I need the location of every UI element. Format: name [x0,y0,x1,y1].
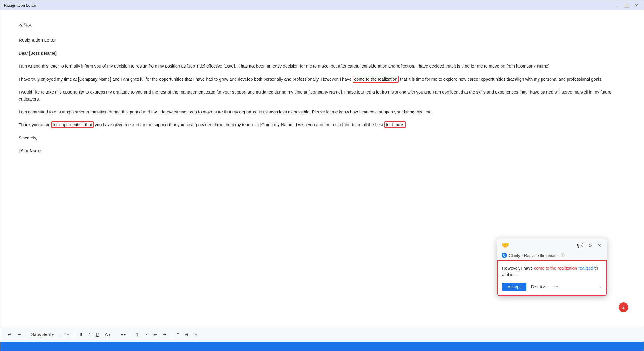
font-family-button[interactable]: Sans Serif ▾ [29,331,56,338]
close-button[interactable]: ✕ [633,2,640,8]
window-title: Resignation Letter [4,3,36,8]
document-area: 收件人 Resignation Letter Dear [Boss's Name… [0,10,644,327]
clear-format-button[interactable]: ✕ [192,331,200,338]
letter-title: Resignation Letter [19,37,625,42]
indent-decrease-button[interactable]: ⇤ [151,331,159,338]
signature: [Your Name] [19,147,625,154]
strikethrough-button[interactable]: S̶ [183,331,191,338]
paragraph5-box1: for opportunities that [51,121,94,128]
redo-button[interactable]: ↪ [15,331,24,338]
toolbar: ↩ ↪ Sans Serif ▾ T ▾ B I U A ▾ ≡ ▾ 1. • … [0,327,644,342]
more-button[interactable]: ··· [551,282,561,291]
italic-button[interactable]: I [86,331,92,338]
notification-badge[interactable]: 2 [619,302,628,312]
maximize-button[interactable]: ⬜ [623,2,631,8]
blockquote-button[interactable]: ❝ [174,331,182,338]
align-chevron: ▾ [124,332,126,337]
app-window: Resignation Letter — ⬜ ✕ 收件人 Resignation… [0,0,644,351]
info-icon[interactable]: ⓘ [561,253,565,258]
title-bar: Resignation Letter — ⬜ ✕ [0,0,644,10]
paragraph1: I am writing this letter to formally inf… [19,63,625,69]
accept-button[interactable]: Accept [502,283,526,291]
paragraph4: I am committed to ensuring a smooth tran… [19,109,625,115]
toolbar-separator-4 [116,331,116,338]
paragraph2-post: that it is time for me to explore new ca… [399,77,602,82]
popup-close-button[interactable]: ✕ [596,242,602,249]
paragraph5-box1-highlight: opportunities [59,122,84,127]
ordered-list-button[interactable]: 1. [134,331,142,338]
unordered-list-button[interactable]: • [143,331,150,338]
font-family-label: Sans Serif [31,332,51,337]
paragraph2-highlight-text: come to the realization [354,77,397,82]
popup-subheader: C Clarity · Replace the phrase ⓘ [497,251,607,260]
suggestion-strike: come to the realization [534,266,577,271]
paragraph2-pre: I have truly enjoyed my time at [Company… [19,77,353,82]
paragraph5-pre: Thank you again [19,122,51,127]
paragraph3: I would like to take this opportunity to… [19,89,625,102]
indent-increase-button[interactable]: ⇥ [161,331,169,338]
bottom-bar [0,342,644,351]
popup-header-icon: 🤝 [502,242,509,249]
recipient-label: 收件人 [19,22,625,28]
window-controls: — ⬜ ✕ [613,2,640,8]
paragraph5-mid: you have given me and for the support th… [94,122,384,127]
toolbar-separator-5 [131,331,131,338]
paragraph5-box1-post: that [84,122,92,127]
paragraph5-box1-pre: for [53,122,59,127]
paragraph5-box2-highlight: future [392,122,403,127]
paragraph5-box2-post: . [403,122,404,127]
suggestion-pre: However, I have [502,266,534,271]
font-size-label: T [64,332,67,337]
closing: Sincerely, [19,135,625,141]
minimize-button[interactable]: — [613,2,620,8]
toolbar-separator-2 [59,331,59,338]
font-size-button[interactable]: T ▾ [61,331,72,338]
font-color-chevron: ▾ [109,332,111,337]
popup-clarity-label: Clarity [509,253,520,258]
popup-action-label: · Replace the phrase [522,253,559,258]
popup-header-left: 🤝 [502,242,509,249]
popup-body: However, I have come to the realization … [497,260,607,296]
popup-chat-button[interactable]: 💬 [576,242,584,249]
paragraph5: Thank you again for opportunities that y… [19,121,625,128]
popup-actions: Accept Dismiss ··· › [502,282,602,291]
toolbar-separator-3 [74,331,74,338]
underline-button[interactable]: U [93,331,101,338]
clarity-logo: C [502,253,507,258]
font-color-label: A [105,332,108,337]
suggestion-new: realized [578,266,593,271]
paragraph2: I have truly enjoyed my time at [Company… [19,76,625,83]
undo-button[interactable]: ↩ [5,331,14,338]
letter-body: Dear [Boss's Name], I am writing this le… [19,50,625,154]
align-button[interactable]: ≡ ▾ [118,331,128,338]
font-family-chevron: ▾ [52,332,54,337]
popup-header: 🤝 💬 ⚙ ✕ [497,238,607,251]
popup-arrow-icon[interactable]: › [600,283,602,290]
font-size-chevron: ▾ [67,332,69,337]
paragraph5-box2: for future. [384,121,406,128]
align-icon: ≡ [121,332,123,337]
font-color-button[interactable]: A ▾ [102,331,113,338]
suggestion-popup: 🤝 💬 ⚙ ✕ C Clarity · Replace the phrase ⓘ… [497,238,607,296]
popup-suggestion-text: However, I have come to the realization … [502,265,602,278]
paragraph2-highlight-box: come to the realization [353,76,399,83]
paragraph5-box2-pre: for [386,122,392,127]
popup-gear-button[interactable]: ⚙ [587,242,594,249]
dismiss-button[interactable]: Dismiss [529,283,549,291]
toolbar-separator-6 [172,331,172,338]
toolbar-separator-1 [26,331,26,338]
bold-button[interactable]: B [77,331,85,338]
popup-header-icons: 💬 ⚙ ✕ [576,242,602,249]
greeting: Dear [Boss's Name], [19,50,625,57]
